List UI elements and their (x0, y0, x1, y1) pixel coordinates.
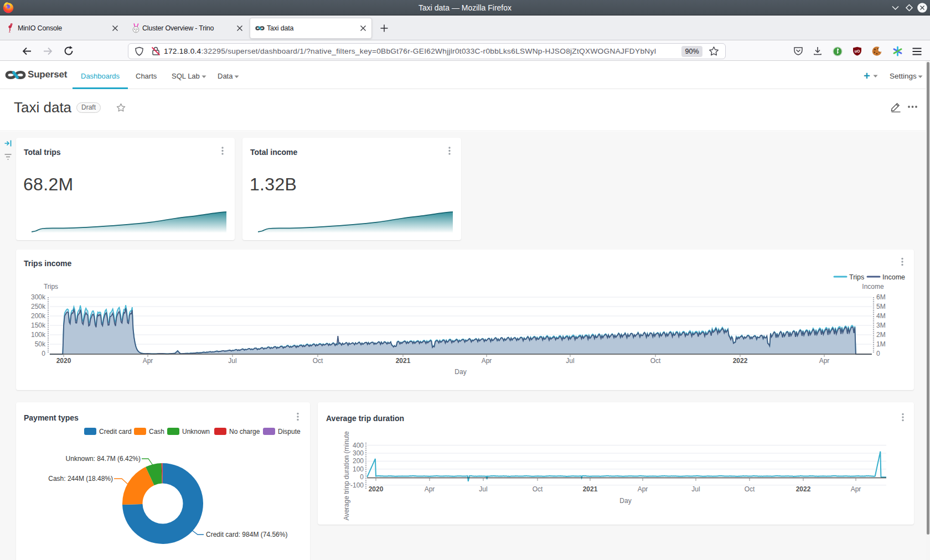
svg-text:Average trinp duration (minute: Average trinp duration (minute (343, 431, 350, 521)
svg-text:-100: -100 (350, 481, 364, 489)
svg-text:Oct: Oct (313, 357, 323, 365)
svg-text:250k: 250k (31, 303, 46, 310)
svg-text:No charge: No charge (229, 428, 260, 435)
svg-text:Income: Income (862, 283, 884, 291)
svg-text:Day: Day (454, 368, 466, 376)
svg-text:Payment types: Payment types (24, 413, 79, 422)
svg-text:2021: 2021 (583, 485, 598, 493)
svg-text:0: 0 (876, 350, 880, 357)
svg-text:Apr: Apr (819, 357, 830, 365)
svg-text:2021: 2021 (396, 357, 411, 365)
svg-text:200: 200 (353, 457, 364, 465)
svg-text:Trips income: Trips income (24, 259, 72, 268)
svg-text:400: 400 (353, 442, 364, 449)
svg-text:300k: 300k (31, 293, 46, 301)
svg-text:Credit card: 984M (74.56%): Credit card: 984M (74.56%) (206, 531, 287, 538)
svg-text:Oct: Oct (650, 357, 661, 365)
svg-text:Apr: Apr (851, 485, 861, 493)
svg-text:2M: 2M (876, 331, 886, 339)
svg-text:300: 300 (353, 449, 364, 457)
svg-text:2022: 2022 (796, 485, 811, 493)
svg-text:Jul: Jul (566, 357, 574, 365)
svg-text:Apr: Apr (425, 485, 435, 493)
svg-text:1M: 1M (876, 340, 886, 348)
svg-text:100: 100 (353, 465, 364, 473)
svg-text:2020: 2020 (56, 357, 71, 365)
svg-text:Credit card: Credit card (99, 428, 132, 435)
svg-text:uO: uO (855, 49, 860, 53)
svg-text:100k: 100k (31, 331, 46, 339)
svg-text:Jul: Jul (479, 485, 487, 493)
svg-text:Apr: Apr (482, 357, 492, 365)
svg-text:Dispute: Dispute (278, 428, 301, 435)
svg-text:Trips: Trips (849, 273, 864, 281)
svg-text:Average trip duration: Average trip duration (326, 414, 404, 423)
svg-text:Apr: Apr (638, 485, 648, 493)
svg-text:2022: 2022 (733, 357, 748, 365)
svg-text:6M: 6M (876, 293, 886, 301)
svg-text:Jul: Jul (691, 485, 700, 493)
svg-text:3M: 3M (876, 322, 886, 329)
svg-text:5M: 5M (876, 303, 886, 310)
svg-text:0: 0 (360, 473, 364, 481)
svg-text:Oct: Oct (533, 485, 543, 493)
svg-text:4M: 4M (876, 312, 886, 320)
svg-text:Apr: Apr (143, 357, 153, 365)
svg-text:Unknown: 84.7M (6.42%): Unknown: 84.7M (6.42%) (66, 455, 141, 463)
svg-text:Oct: Oct (745, 485, 755, 493)
svg-text:Jul: Jul (228, 357, 236, 365)
svg-text:Day: Day (619, 497, 631, 505)
svg-text:Cash: 244M (18.48%): Cash: 244M (18.48%) (48, 475, 113, 483)
svg-text:Income: Income (882, 273, 905, 281)
svg-text:2020: 2020 (369, 485, 384, 493)
svg-text:Cash: Cash (149, 428, 164, 435)
svg-text:Unknown: Unknown (182, 428, 210, 435)
svg-text:50k: 50k (35, 340, 46, 348)
svg-text:Trips: Trips (44, 283, 58, 291)
svg-text:200k: 200k (31, 312, 46, 320)
svg-text:0: 0 (42, 350, 45, 357)
svg-text:150k: 150k (31, 322, 46, 329)
